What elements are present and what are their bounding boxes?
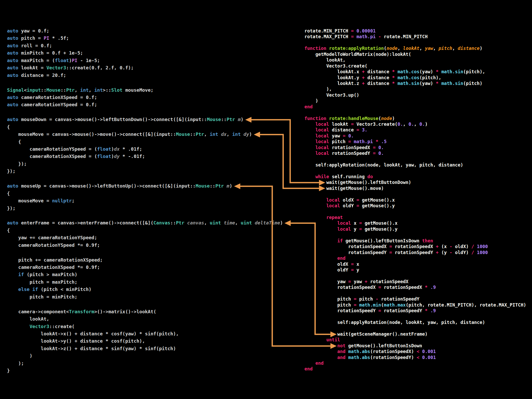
code-line: pitch = pitch - rotationSpeedY: [304, 296, 526, 302]
code-line: auto roll = 0.f;: [7, 42, 283, 49]
code-line: local oldX = getMouse().x: [304, 197, 526, 203]
code-line: getModelToWorldMatrix(node):lookAt(: [304, 51, 526, 57]
code-line: rotate.MAX_PITCH = math.pi - rotate.MIN_…: [304, 34, 526, 39]
code-line: local yaw = 0.: [304, 133, 526, 139]
code-line: Vector3.up(): [304, 92, 526, 98]
code-line: rotationSpeedY = rotationSpeedY * .9: [304, 308, 526, 314]
code-line: [304, 40, 526, 45]
code-line: repeat: [304, 215, 526, 220]
code-line: local rotationSpeedY = 0.: [304, 150, 526, 156]
code-line: cameraRotationXSpeed = (float)dy * -.01f…: [7, 153, 283, 160]
code-line: yaw += cameraRotationYSpeed;: [7, 234, 283, 241]
code-line: auto mouseUp = canvas->mouse()->leftButt…: [7, 182, 283, 190]
code-line: lookAt,: [7, 315, 283, 323]
code-line: local lookAt = Vector3.create(0., 0., 0.…: [304, 121, 526, 127]
lua-code-panel: rotate.MIN_PITCH = 0.00001rotate.MAX_PIT…: [304, 28, 526, 372]
code-line: auto enterFrame = canvas->enterFrame()->…: [7, 219, 283, 227]
code-line: auto yaw = 0.f;: [7, 27, 283, 35]
code-line: [304, 209, 526, 215]
code-line: );: [7, 360, 283, 367]
code-line: [7, 249, 283, 256]
code-line: if (pitch > maxPitch): [7, 271, 283, 278]
code-line: cameraRotationXSpeed *= 0.9f;: [7, 264, 283, 271]
code-line: auto cameraRotationYSpeed = 0.f;: [7, 101, 283, 108]
code-line: [304, 110, 526, 115]
code-line: {: [7, 227, 283, 234]
code-line: local x = getMouse().x: [304, 220, 526, 226]
code-line: pitch = minPitch;: [7, 293, 283, 301]
code-line: not getMouse().leftButtonIsDown: [304, 343, 526, 349]
code-line: local oldY = getMouse().y: [304, 203, 526, 209]
code-line: yaw = yaw + rotationSpeedX: [304, 279, 526, 284]
code-line: while self.running do: [304, 174, 526, 179]
code-line: lookAt.z + distance * math.sin(yaw) * ma…: [304, 81, 526, 86]
code-line: local y = getMouse().y: [304, 226, 526, 232]
code-line: camera->component<Transform>()->matrix()…: [7, 308, 283, 315]
code-line: auto lookAt = Vector3::create(0.f, 2.f, …: [7, 64, 283, 71]
code-line: lookAt.x + distance * math.cos(yaw) * ma…: [304, 69, 526, 75]
code-line: ): [304, 98, 526, 104]
code-line: auto minPitch = 0.f + 1e-5;: [7, 49, 283, 57]
code-line: [7, 79, 283, 86]
code-line: until: [304, 337, 526, 343]
code-line: wait(getSceneManager().nextFrame): [304, 331, 526, 337]
code-line: [7, 175, 283, 182]
code-line: and math.abs(rotationSpeedX) < 0.001: [304, 349, 526, 354]
code-line: auto cameraRotationXSpeed = 0.f;: [7, 94, 283, 101]
code-line: });: [7, 168, 283, 175]
code-line: [304, 273, 526, 278]
code-line: local rotationSpeedX = 0.: [304, 145, 526, 150]
code-line: [7, 301, 283, 308]
code-line: wait(getMouse().move): [304, 185, 526, 191]
code-line: [304, 156, 526, 162]
code-line: rotationSpeedY = rotationSpeedY + (y - o…: [304, 250, 526, 255]
code-line: {: [7, 123, 283, 131]
code-line: auto distance = 20.f;: [7, 72, 283, 79]
code-line: self:applyRotation(node, lookAt, yaw, pi…: [304, 320, 526, 325]
code-line: lookAt->y() + distance * cosf(pitch),: [7, 337, 283, 345]
code-line: Vector3.create(: [304, 63, 526, 69]
code-line: mouseMove = nullptr;: [7, 197, 283, 204]
code-line: {: [7, 190, 283, 197]
code-line: [304, 232, 526, 238]
code-line: rotate.MIN_PITCH = 0.00001: [304, 28, 526, 34]
code-line: end: [304, 360, 526, 366]
code-line: pitch += cameraRotationXSpeed;: [7, 256, 283, 264]
code-line: function rotate:applyRotation(node, look…: [304, 45, 526, 51]
code-line: });: [7, 205, 283, 212]
code-line: rotationSpeedX = rotationSpeedX + (x - o…: [304, 244, 526, 249]
code-line: auto mouseDown = canvas->mouse()->leftBu…: [7, 116, 283, 123]
code-line: end: [304, 255, 526, 261]
code-line: [304, 168, 526, 174]
code-line: [304, 325, 526, 331]
code-line: end: [304, 366, 526, 372]
code-line: oldX = x: [304, 261, 526, 267]
code-line: wait(getMouse().leftButtonDown): [304, 179, 526, 185]
code-line: local pitch = math.pi * .5: [304, 139, 526, 144]
code-line: lookAt.y + distance * math.cos(pitch),: [304, 75, 526, 81]
code-line: auto maxPitch = (float)PI - 1e-5;: [7, 57, 283, 64]
cpp-code-panel: auto yaw = 0.f;auto pitch = PI * .5f;aut…: [7, 27, 283, 375]
code-line: function rotate:handleMouse(node): [304, 116, 526, 121]
code-line: else if (pitch < minPitch): [7, 286, 283, 293]
code-line: [304, 314, 526, 319]
code-line: end: [304, 104, 526, 110]
code-line: and math.abs(rotationSpeedY) < 0.001: [304, 355, 526, 360]
code-line: Vector3::create(: [7, 323, 283, 330]
code-line: cameraRotationYSpeed = (float)dx * .01f;: [7, 145, 283, 153]
code-line: lookAt,: [304, 57, 526, 63]
code-line: pitch = maxPitch;: [7, 278, 283, 286]
code-line: auto pitch = PI * .5f;: [7, 35, 283, 42]
code-line: local distance = 3.: [304, 127, 526, 133]
code-line: {: [7, 138, 283, 145]
code-line: [304, 290, 526, 296]
code-line: self:applyRotation(node, lookAt, yaw, pi…: [304, 162, 526, 168]
code-line: oldY = y: [304, 267, 526, 273]
code-line: ),: [304, 86, 526, 92]
code-line: }: [7, 367, 283, 374]
code-line: lookAt->x() + distance * cosf(yaw) * sin…: [7, 330, 283, 337]
code-line: [7, 212, 283, 219]
code-line: mouseMove = canvas->mouse()->move()->con…: [7, 131, 283, 138]
code-line: cameraRotationYSpeed *= 0.9f;: [7, 242, 283, 249]
code-line: ): [7, 352, 283, 360]
